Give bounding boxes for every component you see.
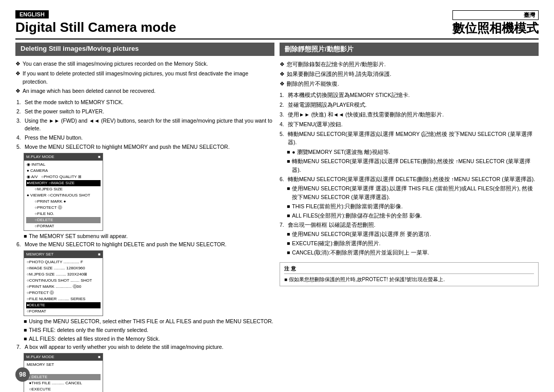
menu-box-1-header: M.PLAY MODE ■	[24, 153, 103, 161]
menu1-row-5: ● VIEWER ○CONTINUOUS SHOT	[26, 192, 101, 199]
menu2-row-4: ○PRINT MARK .............. ⓪00	[26, 284, 101, 290]
zh-step-text-3: 使用►► (快進) 和◄◄ (快後)鈕,查找需要刪除的照片/動態影片.	[288, 110, 444, 119]
english-badge: ENGLISH	[15, 10, 49, 18]
step-num-4: 4.	[16, 134, 25, 142]
zh-step5-sub-1: ■ ● 瀏覽MEMORY SET(選波拖 離)視紐等.	[287, 148, 539, 156]
diamond-icon-2: ❖	[15, 70, 21, 86]
main-title-right: 數位照相機模式	[452, 20, 539, 36]
zh-sq-7: ■	[287, 239, 290, 248]
zh-step-num-3: 3.	[280, 110, 288, 119]
step-num-1: 1.	[16, 99, 25, 107]
zh-step-num-1: 1.	[280, 91, 288, 100]
step-num-5: 5.	[16, 143, 25, 151]
menu2-title: MEMORY SET	[26, 251, 54, 258]
menu1-row-0: ◉ INITIAL	[26, 162, 101, 168]
bullet-text-1: You can erase the still images/moving pi…	[23, 60, 208, 68]
menu3-row-1	[26, 368, 101, 374]
zh-step5-sub-text-1: ● 瀏覽MEMORY SET(選波拖 離)視紐等.	[292, 148, 390, 156]
numbered-list: 1. Set the mode switch to MEMORY STICK. …	[16, 99, 274, 392]
step-text-6: Move the MENU SELECTOR to highlight DELE…	[25, 241, 227, 249]
zh-step-4: 4. 按下MENU(選單)按鈕.	[280, 120, 539, 129]
menu1-row-9: ○DELETE	[26, 217, 101, 223]
bullet-text-3: An image which has been deleted cannot b…	[23, 87, 155, 95]
menu-box-2: MEMORY SET ■ ○PHOTO QUALITY ............…	[24, 250, 103, 316]
menu1-row-6: ○PRINT MARK ●	[26, 199, 101, 205]
menu1-icon: ■	[98, 154, 101, 160]
zh-step7-sub-2: ■ EXECUTE(確定):刪除所選擇的照片.	[287, 239, 539, 248]
zh-step-num-6: 6.	[280, 175, 288, 184]
zh-step-num-5: 5.	[280, 130, 288, 147]
note-zh-box: 注 意 ■ 假如果您想刪除保護的照片時,故PROTECT! 於保護!號!出現在螢…	[280, 262, 539, 286]
sq-bullet-3: ■	[24, 326, 27, 335]
step6-sub-text-2: THIS FILE: deletes only the file current…	[29, 326, 148, 335]
page-number: 98	[15, 367, 30, 382]
menu2-icon: ■	[98, 251, 101, 258]
menu2-row-7: ●DELETE	[26, 302, 101, 308]
zh-bullet-text-1: 您可刪除錄製在記憶卡的照片/動態影片.	[287, 60, 386, 69]
menu-box-1-wrapper: M.PLAY MODE ■ ◉ INITIAL ● CAMERA ◉ A/V ○…	[24, 153, 274, 231]
zh-step-num-2: 2.	[280, 101, 288, 109]
zh-diamond-1: ❖	[280, 60, 285, 69]
section-headers: Deleting Still images/Moving pictures 刪除…	[15, 43, 539, 56]
step5-sub-1: ■ The MEMORY SET submenu will appear.	[24, 232, 274, 241]
menu-box-3-body: MEMORY SET ⊡ DELETE ●THIS FILE .........…	[24, 361, 103, 392]
menu2-row-0: ○PHOTO QUALITY .............. F	[26, 259, 101, 265]
zh-sq-1: ■	[287, 148, 290, 156]
step-5: 5. Move the MENU SELECTOR to highlight M…	[16, 143, 274, 151]
zh-step-num-7: 7.	[280, 221, 288, 229]
menu1-title: M.PLAY MODE	[26, 154, 54, 160]
menu-box-2-body: ○PHOTO QUALITY .............. F ○IMAGE S…	[24, 258, 103, 316]
page: ENGLISH Digital Still Camera mode 臺灣 數位照…	[0, 0, 554, 392]
menu3-title: M.PLAY MODE	[26, 354, 54, 360]
zh-step-num-4: 4.	[280, 120, 288, 129]
zh-diamond-2: ❖	[280, 70, 285, 79]
zh-step7-sub-text-3: CANCEL(取消):不刪除所選擇的照片並返回到上 一菜單.	[292, 248, 429, 257]
menu-box-1: M.PLAY MODE ■ ◉ INITIAL ● CAMERA ◉ A/V ○…	[24, 153, 103, 231]
step-num-2: 2.	[16, 108, 25, 116]
zh-step-7: 7. 會出現一個框框 以確認是否想刪照.	[280, 221, 539, 229]
menu-box-3-header: M.PLAY MODE ■	[24, 354, 103, 361]
step-num-6: 6.	[16, 241, 25, 249]
zh-step-6: 6. 轉動MENU SELECTOR(菜單選擇器)以選擇 DELETE(刪除),…	[280, 175, 539, 184]
menu-box-3-wrapper: M.PLAY MODE ■ MEMORY SET ⊡ DELETE ●THIS …	[24, 353, 274, 392]
right-column: ❖ 您可刪除錄製在記憶卡的照片/動態影片. ❖ 如果要刪除已保護的照片時,請先取…	[280, 60, 539, 365]
zh-step-2: 2. 並確電源開關設為PLAYER模式.	[280, 101, 539, 109]
zh-step-text-5: 轉動MENU SELECTOR(菜單選擇器)以選擇 MEMORY (記憶)然後 …	[288, 130, 539, 147]
menu1-row-2: ◉ A/V ○PHOTO QUALITY ⊞	[26, 174, 101, 180]
step-1: 1. Set the mode switch to MEMORY STICK.	[16, 99, 274, 107]
step6-sub-1: ■ Using the MENU SELECTOR, select either…	[24, 318, 274, 326]
left-header: ENGLISH Digital Still Camera mode	[15, 10, 176, 35]
zh-step-text-7: 會出現一個框框 以確認是否想刪照.	[288, 221, 375, 229]
zh-step7-sub-text-1: 使用MENU SELECTOR(菜單選擇器)以選擇 所 要的選項.	[292, 230, 431, 239]
zh-bullet-2: ❖ 如果要刪除已保護的照片時,請先取消保護.	[280, 70, 539, 79]
zh-diamond-3: ❖	[280, 80, 285, 88]
zh-step6-sub-text-3: ALL FILES(全部照片):刪除儲存在記憶卡的全部 影像.	[292, 211, 422, 220]
menu-box-3: M.PLAY MODE ■ MEMORY SET ⊡ DELETE ●THIS …	[24, 353, 103, 392]
zh-bullet-1: ❖ 您可刪除錄製在記憶卡的照片/動態影片.	[280, 60, 539, 69]
note-zh-title: 注 意	[284, 265, 534, 274]
step-text-3: Using the ►► (FWD) and ◄◄ (REV) buttons,…	[25, 117, 274, 133]
menu1-row-7: ○PROTECT ⓪	[26, 205, 101, 211]
zh-bullet-3: ❖ 刪除的照片不能恢復.	[280, 80, 539, 88]
zh-sq-5: ■	[287, 211, 290, 220]
right-header: 臺灣 數位照相機模式	[452, 10, 539, 36]
zh-step6-sub-text-1: 使用MENU SELECTOR(菜單選擇 選器),以選擇 THIS FILE (…	[292, 184, 539, 202]
zh-step-text-4: 按下MENU(選單)按鈕.	[288, 120, 343, 129]
step-text-1: Set the mode switch to MEMORY STICK.	[25, 99, 124, 107]
sq-bullet-1: ■	[24, 232, 27, 241]
zh-bullet-text-3: 刪除的照片不能恢復.	[287, 80, 339, 88]
step-7: 7. A box will appear to verify whether y…	[16, 343, 274, 351]
menu2-row-1: ○IMAGE SIZE .......... 1280X960	[26, 265, 101, 271]
menu-box-2-wrapper: MEMORY SET ■ ○PHOTO QUALITY ............…	[24, 250, 274, 316]
taiwan-badge: 臺灣	[452, 10, 539, 20]
zh-sq-8: ■	[287, 248, 290, 257]
menu-box-2-header: MEMORY SET ■	[24, 251, 103, 258]
menu1-row-1: ● CAMERA	[26, 168, 101, 174]
zh-step7-sub-text-2: EXECUTE(確定):刪除所選擇的照片.	[292, 239, 380, 248]
step6-sub-2: ■ THIS FILE: deletes only the file curre…	[24, 326, 274, 335]
zh-step-text-2: 並確電源開關設為PLAYER模式.	[288, 101, 367, 109]
menu3-icon: ■	[98, 354, 101, 360]
menu2-row-8: ○FORMAT	[26, 308, 101, 315]
divider	[15, 38, 539, 40]
menu3-row-4: ○EXECUTE	[26, 386, 101, 392]
